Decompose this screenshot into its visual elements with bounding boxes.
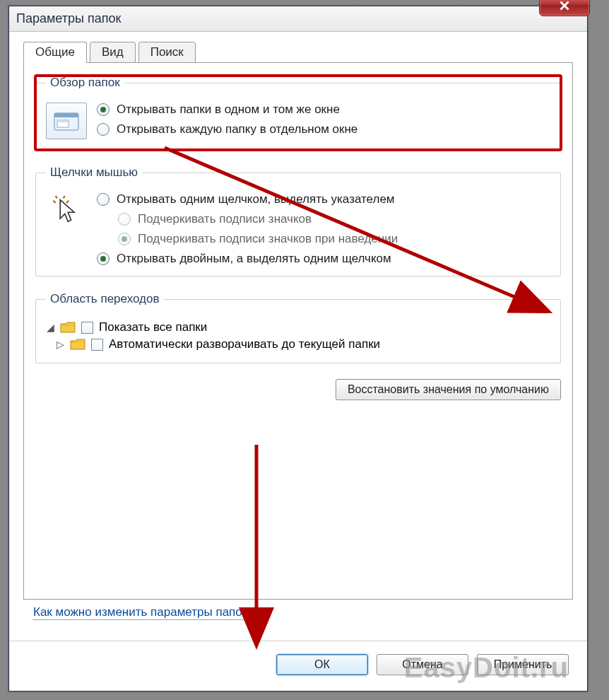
folder-icon (70, 338, 85, 351)
tabstrip: Общие Вид Поиск (23, 42, 573, 63)
group-navigation-pane: Область переходов ◢ Показать все папки ▷ (35, 292, 561, 363)
group-click-legend: Щелчки мышью (46, 165, 142, 180)
click-behavior-icon (46, 192, 87, 229)
client-area: Общие Вид Поиск Обзор папок Открывать па… (9, 32, 587, 691)
radio-icon (118, 213, 131, 226)
tab-general[interactable]: Общие (23, 42, 87, 63)
check-show-all-folders[interactable]: ◢ Показать все папки (46, 319, 550, 336)
radio-same-window-label: Открывать папки в одном и том же окне (117, 103, 340, 117)
watermark: EasyDoit.ru (404, 652, 569, 684)
check-show-all-label: Показать все папки (99, 320, 207, 334)
radio-same-window[interactable]: Открывать папки в одном и том же окне (97, 103, 550, 117)
checkbox-icon (91, 339, 103, 351)
radio-icon (97, 193, 110, 206)
radio-icon (118, 233, 131, 245)
browse-folders-icon (46, 103, 87, 139)
close-icon (560, 1, 569, 11)
radio-underline-always-label: Подчеркивать подписи значков (138, 212, 312, 226)
tab-page-general: Обзор папок Открывать папки в одном и то… (23, 62, 573, 600)
folder-options-dialog: Параметры папок Общие Вид Поиск Обзор па… (8, 6, 588, 692)
tree-collapse-icon: ◢ (46, 322, 54, 333)
check-auto-expand[interactable]: ▷ Автоматически разворачивать до текущей… (46, 336, 550, 353)
ok-button[interactable]: ОК (276, 654, 368, 675)
restore-defaults-button[interactable]: Восстановить значения по умолчанию (336, 379, 561, 400)
radio-underline-hover-label: Подчеркивать подписи значков при наведен… (138, 232, 398, 246)
radio-separate-window-label: Открывать каждую папку в отдельном окне (117, 122, 357, 136)
window-title: Параметры папок (16, 11, 121, 26)
radio-icon (97, 103, 110, 116)
separator (9, 641, 587, 641)
tab-search[interactable]: Поиск (138, 42, 196, 63)
svg-rect-1 (54, 113, 78, 117)
tree-expand-icon: ▷ (56, 339, 64, 350)
radio-separate-window[interactable]: Открывать каждую папку в отдельном окне (97, 122, 550, 136)
folder-icon (60, 321, 76, 334)
radio-double-click[interactable]: Открывать двойным, а выделять одним щелч… (97, 252, 550, 266)
group-click-behavior: Щелчки мышью Открывать одним щелчком, вы… (35, 165, 561, 276)
radio-underline-hover[interactable]: Подчеркивать подписи значков при наведен… (118, 232, 550, 246)
checkbox-icon (81, 322, 93, 334)
radio-underline-always[interactable]: Подчеркивать подписи значков (118, 212, 550, 226)
svg-rect-3 (57, 120, 69, 122)
radio-double-click-label: Открывать двойным, а выделять одним щелч… (117, 252, 391, 266)
radio-icon (97, 252, 110, 265)
close-button[interactable] (539, 0, 590, 16)
group-browse-legend: Обзор папок (46, 76, 124, 90)
group-nav-legend: Область переходов (46, 292, 163, 306)
radio-icon (97, 123, 110, 136)
titlebar[interactable]: Параметры папок (9, 6, 587, 32)
radio-single-click-label: Открывать одним щелчком, выделять указат… (117, 192, 395, 206)
tab-view[interactable]: Вид (90, 42, 136, 63)
check-auto-expand-label: Автоматически разворачивать до текущей п… (109, 337, 380, 351)
radio-single-click[interactable]: Открывать одним щелчком, выделять указат… (97, 192, 550, 206)
group-browse-folders: Обзор папок Открывать папки в одном и то… (35, 76, 561, 150)
help-link[interactable]: Как можно изменить параметры папок? (33, 605, 254, 620)
